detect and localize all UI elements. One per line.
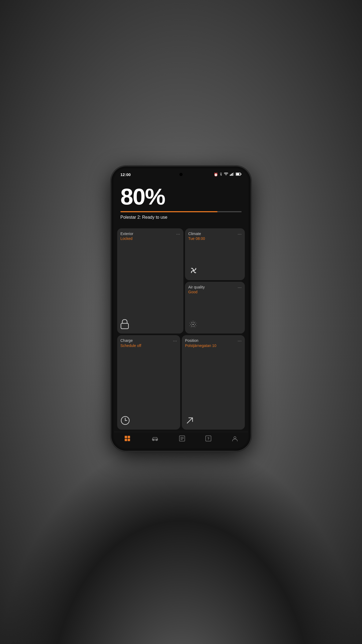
phone-body: 12:00 ⏰: [111, 166, 251, 451]
climate-icon: [188, 265, 242, 277]
svg-point-14: [193, 326, 194, 327]
tile-climate-header: Climate Tue 08:00 ···: [188, 232, 242, 241]
svg-line-30: [187, 418, 193, 423]
svg-rect-34: [128, 439, 130, 441]
svg-point-8: [193, 269, 195, 272]
svg-point-22: [195, 327, 195, 328]
nav-list[interactable]: [175, 434, 189, 442]
nav-profile[interactable]: [228, 434, 242, 442]
status-icons: ⏰: [214, 172, 242, 177]
battery-bar-fill: [120, 211, 217, 212]
tile-air-quality-header: Air quality Good ···: [188, 285, 242, 294]
car-status: Polestar 2: Ready to use: [120, 215, 242, 220]
air-quality-label: Air quality: [188, 285, 205, 289]
position-value: Polstjärnegatan 10: [185, 343, 216, 348]
charge-label: Charge: [120, 338, 141, 343]
svg-point-17: [191, 322, 192, 323]
tile-position-header: Position Polstjärnegatan 10 ···: [185, 338, 242, 348]
svg-text:?: ?: [207, 437, 209, 441]
bluetooth-icon: [220, 172, 222, 177]
svg-point-15: [191, 325, 192, 326]
position-menu[interactable]: ···: [238, 338, 242, 343]
bottom-nav: ?: [114, 432, 248, 448]
clock-icon: [120, 416, 130, 425]
tile-position[interactable]: Position Polstjärnegatan 10 ···: [182, 335, 245, 430]
climate-value: Tue 08:00: [188, 236, 205, 241]
svg-point-44: [234, 437, 236, 439]
right-column: Climate Tue 08:00 ···: [185, 228, 245, 334]
person-nav-icon: [232, 436, 238, 441]
svg-rect-31: [125, 436, 127, 438]
tile-charge-titles: Charge Schedule off: [120, 338, 141, 348]
tile-exterior[interactable]: Exterior Locked ···: [117, 228, 183, 334]
svg-point-10: [193, 322, 194, 323]
wifi-icon: [224, 173, 228, 177]
question-nav-icon: ?: [205, 436, 211, 441]
tile-charge[interactable]: Charge Schedule off ···: [117, 335, 180, 430]
nav-dashboard[interactable]: [120, 434, 135, 443]
svg-point-13: [194, 325, 195, 326]
tiles-row-2: Charge Schedule off ···: [117, 335, 245, 430]
position-label: Position: [185, 338, 216, 343]
svg-point-23: [191, 327, 191, 328]
tile-climate[interactable]: Climate Tue 08:00 ···: [185, 228, 245, 280]
nav-car[interactable]: [147, 435, 163, 442]
hero-section: 80% Polestar 2: Ready to use: [114, 178, 248, 224]
main-content: 80% Polestar 2: Ready to use: [114, 178, 248, 448]
svg-rect-3: [233, 173, 234, 176]
svg-rect-2: [232, 173, 233, 176]
fan-icon: [188, 265, 199, 276]
battery-status-icon: [236, 173, 242, 177]
battery-percentage: 80%: [120, 185, 242, 208]
climate-menu[interactable]: ···: [238, 232, 242, 236]
air-quality-value: Good: [188, 290, 205, 294]
svg-point-18: [193, 321, 193, 321]
list-nav-icon: [179, 436, 185, 441]
status-bar: 12:00 ⏰: [114, 169, 248, 178]
climate-label: Climate: [188, 232, 205, 236]
phone-wrapper: 12:00 ⏰: [111, 166, 251, 451]
tile-air-quality-titles: Air quality Good: [188, 285, 205, 294]
svg-point-26: [191, 321, 191, 322]
svg-point-19: [195, 321, 195, 322]
svg-point-9: [193, 324, 194, 325]
camera-notch: [179, 173, 183, 176]
car-nav-icon: [151, 436, 159, 441]
air-quality-icon: [188, 320, 242, 330]
svg-point-16: [191, 324, 191, 325]
status-time: 12:00: [120, 172, 131, 177]
svg-rect-5: [241, 174, 242, 175]
svg-point-24: [189, 325, 190, 326]
svg-rect-7: [121, 323, 128, 329]
lock-icon: [120, 319, 129, 329]
grid-nav-icon: [124, 435, 131, 442]
svg-point-21: [196, 325, 197, 326]
exterior-label: Exterior: [120, 232, 133, 236]
charge-icon: [120, 416, 177, 426]
air-dots-icon: [188, 320, 198, 329]
svg-point-20: [196, 323, 197, 323]
svg-rect-6: [236, 173, 239, 175]
tiles-area: Exterior Locked ···: [114, 224, 248, 432]
alarm-icon: ⏰: [214, 173, 218, 177]
air-quality-menu[interactable]: ···: [238, 285, 242, 290]
nav-support[interactable]: ?: [201, 434, 216, 442]
svg-point-12: [195, 324, 196, 325]
arrow-icon: [185, 416, 195, 425]
tile-climate-titles: Climate Tue 08:00: [188, 232, 205, 241]
exterior-value: Locked: [120, 236, 133, 241]
position-icon: [185, 416, 242, 426]
tile-air-quality[interactable]: Air quality Good ···: [185, 282, 245, 334]
exterior-menu[interactable]: ···: [176, 232, 180, 236]
tiles-row-1: Exterior Locked ···: [117, 228, 245, 334]
tile-exterior-titles: Exterior Locked: [120, 232, 133, 241]
svg-rect-0: [230, 175, 231, 176]
svg-rect-33: [125, 439, 127, 441]
charge-menu[interactable]: ···: [173, 338, 177, 343]
tile-charge-header: Charge Schedule off ···: [120, 338, 177, 348]
screen: 12:00 ⏰: [114, 169, 248, 448]
svg-point-11: [194, 322, 195, 323]
battery-bar-container: [120, 211, 242, 212]
charge-value: Schedule off: [120, 343, 141, 348]
tile-exterior-header: Exterior Locked ···: [120, 232, 180, 241]
